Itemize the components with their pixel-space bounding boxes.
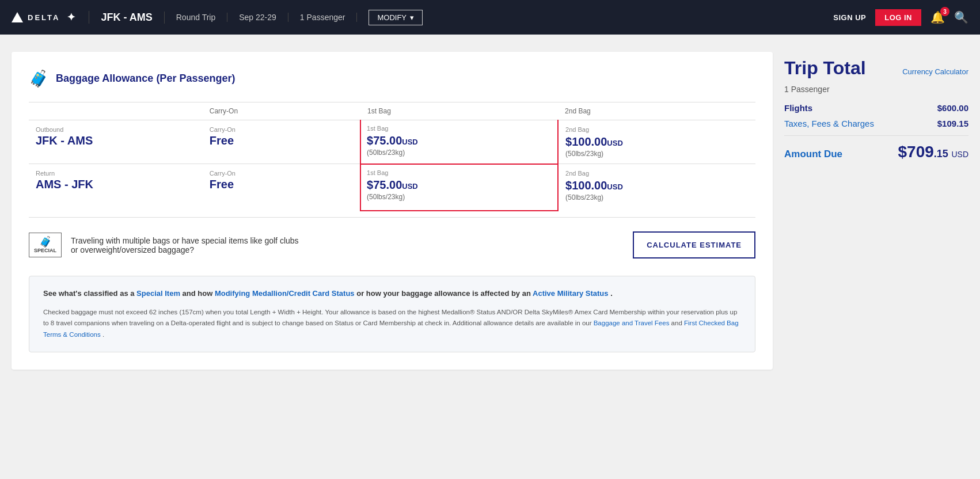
delta-logo-text: DELTA xyxy=(28,13,60,22)
baggage-panel: 🧳 Baggage Allowance (Per Passenger) Carr… xyxy=(12,52,773,370)
outbound-bag2-label: 2nd Bag xyxy=(565,126,749,133)
return-bag1-usd: USD xyxy=(402,182,417,191)
return-row: Return AMS - JFK Carry-On Free 1st Bag $… xyxy=(29,164,755,211)
special-left: 🧳 SPECIAL Traveling with multiple bags o… xyxy=(29,233,301,257)
delta-triangle-icon xyxy=(12,12,23,22)
amount-due-currency: USD xyxy=(951,150,968,159)
return-bag2-price: $100.00 xyxy=(565,179,607,192)
col-carryon-header: Carry-On xyxy=(203,102,360,120)
return-route-cell: Return AMS - JFK xyxy=(29,164,203,211)
header-dates: Sep 22-29 xyxy=(239,13,288,22)
special-baggage-section: 🧳 SPECIAL Traveling with multiple bags o… xyxy=(29,217,755,258)
special-icon-label: SPECIAL xyxy=(34,248,56,253)
trip-total-header: Trip Total Currency Calculator xyxy=(784,58,968,81)
header-route: JFK - AMS xyxy=(101,12,164,24)
notification-badge: 3 xyxy=(940,7,949,16)
flights-row: Flights $600.00 xyxy=(784,103,968,113)
outbound-carryon-cell: Carry-On Free xyxy=(203,120,360,164)
return-bag2-usd: USD xyxy=(607,183,622,191)
baggage-icon: 🧳 xyxy=(29,69,49,88)
outbound-label: Outbound xyxy=(36,126,196,133)
outbound-carryon-value: Free xyxy=(210,134,234,147)
outbound-bag1-usd: USD xyxy=(402,138,417,146)
outbound-bag2-weight: (50lbs/23kg) xyxy=(565,150,749,158)
outbound-bag1-label: 1st Bag xyxy=(367,125,552,132)
col-route-header xyxy=(29,102,203,120)
delta-logo[interactable]: DELTA ✦ xyxy=(12,11,89,24)
total-divider xyxy=(784,135,968,136)
info-box: See what's classified as a Special Item … xyxy=(29,276,755,352)
return-bag1-cell: 1st Bag $75.00USD (50lbs/23kg) xyxy=(360,164,558,211)
delta-star-icon: ✦ xyxy=(67,11,77,24)
medallion-link[interactable]: Modifying Medallion/Credit Card Status xyxy=(215,289,355,298)
baggage-title-row: 🧳 Baggage Allowance (Per Passenger) xyxy=(29,69,755,88)
info-title-2: and how xyxy=(180,289,215,298)
taxes-row: Taxes, Fees & Charges $109.15 xyxy=(784,119,968,128)
special-text: Traveling with multiple bags or have spe… xyxy=(71,236,301,254)
return-bag1-label: 1st Bag xyxy=(367,169,552,176)
flights-value: $600.00 xyxy=(937,103,968,113)
info-title-4: . xyxy=(609,289,613,298)
modify-label: MODIFY xyxy=(377,13,407,22)
login-button[interactable]: LOG IN xyxy=(875,9,921,26)
taxes-value: $109.15 xyxy=(937,119,968,128)
info-body-3: . xyxy=(101,331,104,338)
outbound-bag1-price: $75.00 xyxy=(367,134,402,147)
return-carryon-value: Free xyxy=(210,178,234,191)
amount-due-row: Amount Due $709.15 USD xyxy=(784,143,968,161)
amount-due-label: Amount Due xyxy=(784,149,842,160)
return-carryon-cell: Carry-On Free xyxy=(203,164,360,211)
col-bag2-header: 2nd Bag xyxy=(558,102,755,120)
special-baggage-icon: 🧳 SPECIAL xyxy=(29,233,62,257)
return-bag1-price: $75.00 xyxy=(367,178,402,191)
amount-due-cents: .15 xyxy=(934,148,948,159)
amount-due-dollars: $709 xyxy=(898,143,934,161)
outbound-carryon-label: Carry-On xyxy=(210,126,353,133)
search-icon[interactable]: 🔍 xyxy=(954,10,968,24)
signup-button[interactable]: SIGN UP xyxy=(833,13,866,22)
baggage-fees-link[interactable]: Baggage and Travel Fees xyxy=(594,320,670,326)
flights-label: Flights xyxy=(784,103,812,113)
baggage-title-text: Baggage Allowance (Per Passenger) xyxy=(56,73,235,85)
outbound-bag2-price: $100.00 xyxy=(565,135,607,148)
return-bag2-cell: 2nd Bag $100.00USD (50lbs/23kg) xyxy=(558,164,755,211)
info-title-1: See what's classified as a xyxy=(43,289,136,298)
return-carryon-label: Carry-On xyxy=(210,170,353,177)
passenger-count: 1 Passenger xyxy=(784,85,968,94)
amount-due-value: $709.15 USD xyxy=(898,143,968,161)
modify-button[interactable]: MODIFY ▾ xyxy=(369,10,423,25)
outbound-bag1-cell: 1st Bag $75.00USD (50lbs/23kg) xyxy=(360,120,558,164)
outbound-route-cell: Outbound JFK - AMS xyxy=(29,120,203,164)
trip-total-panel: Trip Total Currency Calculator 1 Passeng… xyxy=(784,52,968,370)
outbound-row: Outbound JFK - AMS Carry-On Free 1st Bag… xyxy=(29,120,755,164)
main-content: 🧳 Baggage Allowance (Per Passenger) Carr… xyxy=(0,35,980,387)
return-bag2-label: 2nd Bag xyxy=(565,170,749,177)
outbound-bag1-weight: (50lbs/23kg) xyxy=(367,149,552,157)
calculate-estimate-button[interactable]: CALCULATE ESTIMATE xyxy=(633,231,755,258)
return-bag2-weight: (50lbs/23kg) xyxy=(565,193,749,202)
military-link[interactable]: Active Military Status xyxy=(533,289,609,298)
modify-chevron-icon: ▾ xyxy=(410,13,414,22)
info-title-3: or how your baggage allowance is affecte… xyxy=(355,289,533,298)
outbound-bag2-usd: USD xyxy=(607,139,622,147)
info-box-title: See what's classified as a Special Item … xyxy=(43,288,741,300)
return-route: AMS - JFK xyxy=(36,178,93,191)
info-box-body: Checked baggage must not exceed 62 inche… xyxy=(43,307,741,341)
header-passengers: 1 Passenger xyxy=(300,13,358,22)
currency-calculator-link[interactable]: Currency Calculator xyxy=(902,67,968,76)
col-bag1-header: 1st Bag xyxy=(360,102,558,120)
main-header: DELTA ✦ JFK - AMS Round Trip Sep 22-29 1… xyxy=(0,0,980,35)
info-body-2: and xyxy=(669,320,684,326)
special-item-link[interactable]: Special Item xyxy=(136,289,180,298)
return-bag1-weight: (50lbs/23kg) xyxy=(367,193,552,201)
baggage-table: Carry-On 1st Bag 2nd Bag Outbound JFK - … xyxy=(29,102,755,211)
outbound-bag2-cell: 2nd Bag $100.00USD (50lbs/23kg) xyxy=(558,120,755,164)
notifications-bell[interactable]: 🔔 3 xyxy=(930,10,945,24)
return-label: Return xyxy=(36,170,196,177)
header-trip-type: Round Trip xyxy=(176,13,227,22)
outbound-route: JFK - AMS xyxy=(36,134,93,147)
trip-total-title: Trip Total xyxy=(784,58,866,79)
taxes-label: Taxes, Fees & Charges xyxy=(784,119,874,128)
